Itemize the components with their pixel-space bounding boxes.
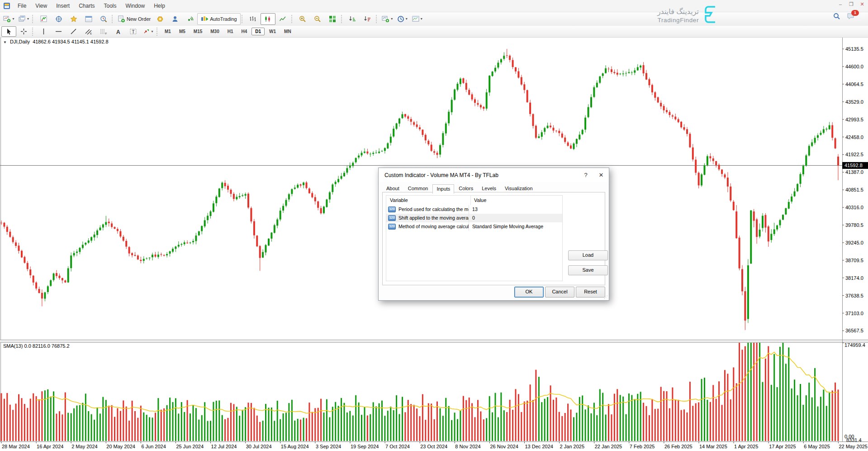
terminal-icon [85, 15, 92, 23]
navigator-icon [70, 15, 77, 23]
dialog-tab-about[interactable]: About [382, 184, 403, 193]
crosshair-tool-button[interactable] [16, 26, 31, 37]
channel-icon: E [85, 28, 92, 35]
variable-value[interactable]: Standard Simple Moving Average [469, 222, 562, 231]
candlestick-mode-button[interactable] [261, 13, 275, 25]
terminal-button[interactable] [81, 13, 96, 25]
dialog-tab-visualization[interactable]: Visualization [501, 184, 537, 193]
new-chart-button[interactable]: ▾ [1, 13, 16, 25]
timeframe-m30-button[interactable]: M30 [207, 28, 223, 35]
svg-text:16 Apr 2024: 16 Apr 2024 [37, 444, 63, 449]
cursor-tool-button[interactable] [1, 26, 16, 37]
data-window-button[interactable] [51, 13, 66, 25]
indicators-button[interactable]: ▾ [380, 13, 395, 25]
resize-grip[interactable]: ⋰ [604, 295, 608, 299]
text-tool-button[interactable]: A [111, 26, 126, 37]
svg-text:8 Nov 2024: 8 Nov 2024 [455, 444, 480, 449]
table-row[interactable]: 123Method of moving average calculationS… [386, 222, 562, 231]
table-row[interactable]: 123Period used for calculating the movin… [386, 205, 562, 214]
dialog-tab-common[interactable]: Common [404, 184, 432, 193]
restore-button[interactable]: ❐ [848, 1, 854, 7]
svg-text:12 Jul 2024: 12 Jul 2024 [211, 444, 237, 449]
menu-view[interactable]: View [31, 1, 52, 11]
line-chart-icon [279, 15, 286, 23]
fibonacci-tool-button[interactable]: F [96, 26, 111, 37]
symbol-ohlc-label: ▼ DJI,Daily 41862.6 41934.5 41145.1 4159… [3, 39, 109, 44]
mql5-community-button[interactable] [167, 13, 182, 25]
menu-insert[interactable]: Insert [52, 1, 74, 11]
variable-value[interactable]: 13 [469, 205, 562, 214]
menu-window[interactable]: Window [121, 1, 150, 11]
profiles-button[interactable]: ▾ [16, 13, 31, 25]
text-label-tool-button[interactable]: T [126, 26, 141, 37]
zoom-out-button[interactable] [310, 13, 325, 25]
chart-shift-button[interactable] [360, 13, 375, 25]
timeframe-h1-button[interactable]: H1 [224, 28, 237, 35]
reset-button[interactable]: Reset [576, 287, 605, 297]
load-button[interactable]: Load [568, 250, 608, 260]
menu-help[interactable]: Help [149, 1, 170, 11]
dialog-close-button[interactable]: ✕ [593, 172, 609, 178]
ok-button[interactable]: OK [514, 287, 544, 297]
dialog-tab-inputs[interactable]: Inputs [432, 184, 454, 194]
timeframe-m1-button[interactable]: M1 [161, 28, 175, 35]
menu-items: FileViewInsertChartsToolsWindowHelp [13, 3, 170, 9]
equidistant-channel-tool-button[interactable]: E [81, 26, 96, 37]
strategy-tester-button[interactable] [96, 13, 111, 25]
zoom-in-icon [299, 15, 306, 23]
periods-button[interactable]: ▾ [395, 13, 410, 25]
table-row[interactable]: 123Shift applied to the moving average0 [386, 214, 562, 222]
menu-charts[interactable]: Charts [74, 1, 99, 11]
dialog-tab-levels[interactable]: Levels [478, 184, 500, 193]
bar-chart-mode-button[interactable] [246, 13, 261, 25]
shapes-icon [143, 28, 150, 35]
zoom-in-button[interactable] [295, 13, 310, 25]
tile-windows-button[interactable] [325, 13, 340, 25]
market-watch-button[interactable] [36, 13, 51, 25]
chat-icon[interactable]: 1 [847, 13, 855, 22]
menu-file[interactable]: File [13, 1, 31, 11]
new-order-button[interactable]: New Order [116, 13, 152, 25]
close-button[interactable]: ✕ [859, 1, 865, 7]
arrange-asc-icon [349, 15, 356, 23]
timeframe-h4-button[interactable]: H4 [238, 28, 251, 35]
timeframe-mn-button[interactable]: MN [280, 28, 295, 35]
inputs-table: VariableValue123Period used for calculat… [386, 195, 563, 281]
dialog-help-button[interactable]: ? [578, 172, 593, 178]
trendline-icon [70, 28, 77, 35]
svg-text:26 Feb 2025: 26 Feb 2025 [664, 444, 693, 449]
timeframe-m5-button[interactable]: M5 [175, 28, 189, 35]
chevron-down-icon[interactable]: ▼ [3, 40, 7, 44]
table-header-row: VariableValue [386, 196, 562, 205]
cancel-button[interactable]: Cancel [545, 287, 574, 297]
horizontal-line-tool-button[interactable] [51, 26, 66, 37]
search-icon[interactable] [833, 13, 840, 22]
timeframe-d1-button[interactable]: D1 [251, 28, 265, 35]
svg-text:14 Mar 2025: 14 Mar 2025 [699, 444, 727, 449]
signals-button[interactable] [182, 13, 197, 25]
timeframe-w1-button[interactable]: W1 [266, 28, 280, 35]
navigator-button[interactable] [66, 13, 81, 25]
arrows-tool-button[interactable]: ▾ [141, 26, 156, 37]
auto-arrange-button[interactable] [345, 13, 360, 25]
vertical-line-tool-button[interactable] [36, 26, 51, 37]
dialog-tab-colors[interactable]: Colors [455, 184, 477, 193]
chevron-down-icon: ▾ [391, 17, 393, 21]
svg-text:15 Aug 2024: 15 Aug 2024 [281, 444, 309, 449]
timeframe-m15-button[interactable]: M15 [190, 28, 206, 35]
svg-text:174959.4: 174959.4 [844, 342, 865, 348]
svg-text:22 May 2025: 22 May 2025 [839, 444, 868, 449]
dialog-title: Custom Indicator - Volume MA MT4 - By TF… [379, 172, 578, 178]
save-button[interactable]: Save [568, 265, 608, 275]
autotrading-button[interactable]: AutoTrading [197, 13, 241, 25]
variable-value[interactable]: 0 [469, 214, 562, 222]
menu-tools[interactable]: Tools [100, 1, 121, 11]
line-chart-mode-button[interactable] [275, 13, 290, 25]
menu-bar: FileViewInsertChartsToolsWindowHelp –❐✕ [0, 0, 868, 12]
dialog-title-bar[interactable]: Custom Indicator - Volume MA MT4 - By TF… [379, 168, 609, 182]
templates-button[interactable]: ▾ [410, 13, 425, 25]
trendline-tool-button[interactable] [66, 26, 81, 37]
variable-name: Shift applied to the moving average [398, 214, 469, 222]
metaeditor-button[interactable] [152, 13, 167, 25]
minimize-button[interactable]: – [837, 1, 844, 7]
